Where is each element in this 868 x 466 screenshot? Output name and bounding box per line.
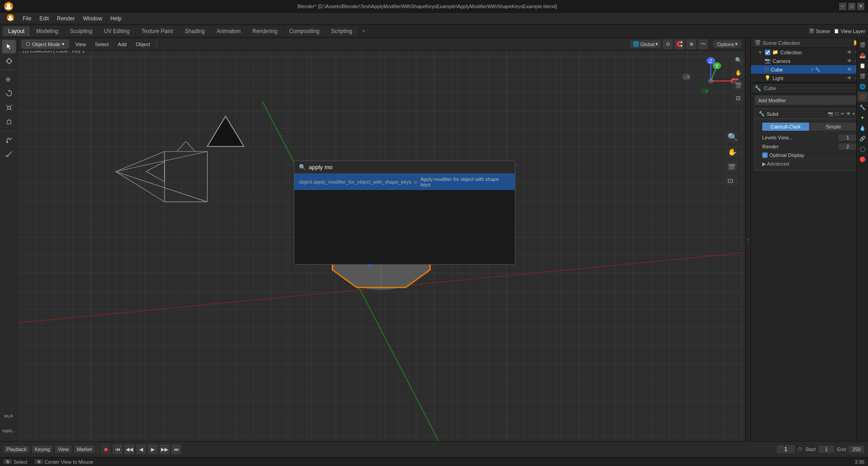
pan-button[interactable]: ✋ [732,67,744,79]
keying-menu[interactable]: Keying [32,446,53,453]
physics-props-btn[interactable]: 💧 [858,123,868,133]
current-frame[interactable]: 1 [777,445,795,453]
transform-orientation[interactable]: 🌐 Global ▾ [630,40,661,48]
mod-chevron-icon[interactable]: ▾ [853,111,855,116]
skip-start-btn[interactable]: ⏮ [113,444,123,454]
eye-icon[interactable]: 👁 [847,50,852,55]
skip-end-btn[interactable]: ⏭ [171,444,181,454]
search-result-0[interactable]: object.apply_modifier_for_object_with_sh… [294,174,515,190]
tab-shading[interactable]: Shading [179,26,210,36]
maximize-button[interactable]: □ [848,3,855,10]
cube-eye-icon[interactable]: 👁 [847,67,852,72]
n-panel-toggle[interactable]: ‹ [745,38,750,441]
prev-frame-btn[interactable]: ◀◀ [124,444,134,454]
tool-transform[interactable] [2,115,16,129]
add-menu[interactable]: Add [115,41,130,48]
search-dialog[interactable]: 🔍 object.apply_modifier_for_object_with_… [294,161,515,265]
outliner-item-camera[interactable]: 📷 Camera 👁 ↗ 📷 [751,57,868,65]
camera-view-button[interactable]: 🎬 [732,80,744,91]
scene-props-btn[interactable]: 🎬 [858,71,868,81]
tool-cursor[interactable] [2,54,16,68]
zoom-button[interactable]: 🔍 [732,54,744,66]
play-reverse-btn[interactable]: ◀ [136,444,146,454]
tab-rendering[interactable]: Rendering [247,26,283,36]
minimize-button[interactable]: ─ [839,3,846,10]
modifier-props-btn[interactable]: 🔧 [858,102,868,112]
tool-scale[interactable] [2,101,16,114]
snap-icon-btn[interactable]: 🧲 [675,39,684,49]
levels-viewport-value[interactable]: 1 [839,134,857,141]
add-modifier-button[interactable]: Add Modifier ▾ [755,95,864,105]
view-menu-timeline[interactable]: View [55,446,71,453]
play-btn[interactable]: ▶ [148,444,158,454]
falloff-icon-btn[interactable]: 〜 [698,39,708,49]
tab-animation[interactable]: Animation [211,26,246,36]
constraints-props-btn[interactable]: 🔗 [858,133,868,143]
simple-tab[interactable]: Simple [810,123,857,131]
outliner-item-cube[interactable]: ⬡ Cube ↗ 🔧 👁 ↗ 📷 [751,65,868,74]
optimal-display-checkbox[interactable]: ✓ [762,152,768,158]
view-layer-props-btn[interactable]: 📋 [858,61,868,71]
data-props-btn[interactable]: ◯ [858,144,868,154]
end-value[interactable]: 250 [849,446,864,453]
marker-menu[interactable]: Marker [74,446,95,453]
object-props-btn[interactable]: ⬡ [858,92,868,102]
menu-blender[interactable] [3,13,18,24]
material-props-btn[interactable]: 🔴 [858,154,868,164]
tab-texture-paint[interactable]: Texture Paint [136,26,179,36]
menu-file[interactable]: File [19,14,35,23]
tab-add[interactable]: + [359,27,369,35]
scene-selector[interactable]: 🎬 Scene [809,29,830,34]
tab-scripting[interactable]: Scripting [326,26,358,36]
menu-window[interactable]: Window [79,14,106,23]
mod-edit-icon[interactable]: ✏ [841,111,844,116]
tab-uv-editing[interactable]: UV Editing [99,26,135,36]
render-props-btn[interactable]: 🎬 [858,40,868,50]
tab-sculpting[interactable]: Sculpting [65,26,98,36]
world-props-btn[interactable]: 🌐 [858,81,868,91]
outliner-item-light[interactable]: 💡 Light 👁 ↗ 📷 [751,74,868,82]
tool-measure[interactable] [2,147,16,161]
search-input-field[interactable] [309,164,510,171]
select-menu[interactable]: Select [92,41,112,48]
outliner-header: 🎬 Scene Collection 🔽 ✕ [751,38,868,48]
mod-camera-icon[interactable]: 📷 [828,111,833,116]
tab-layout[interactable]: Layout [3,26,30,36]
tool-mul[interactable]: Mu≜ [1,409,17,423]
view-layer-selector[interactable]: 📋 View Layer [834,29,865,34]
tool-move[interactable]: ⊕ [2,72,16,86]
playback-menu[interactable]: Playback [4,446,29,453]
options-btn[interactable]: Options ▾ [713,40,741,48]
tool-apply[interactable]: Apply... [1,424,17,437]
menu-render[interactable]: Render [53,14,78,23]
ortho-button[interactable]: ⊡ [732,92,744,104]
record-btn[interactable]: ⏺ [101,444,111,454]
pivot-icon-btn[interactable]: ⊙ [663,39,673,49]
outliner-item-collection[interactable]: ▼ 📁 Collection 👁 ↗ 📷 [751,48,868,57]
tool-rotate[interactable] [2,86,16,100]
tab-compositing[interactable]: Compositing [284,26,325,36]
tool-annotate[interactable] [2,133,16,147]
render-value[interactable]: 2 [839,143,857,150]
object-mode-dropdown[interactable]: ⬡ Object Mode ▾ [22,40,69,48]
next-frame-btn[interactable]: ▶▶ [160,444,170,454]
mod-eye-icon[interactable]: 👁 [846,111,851,116]
close-button[interactable]: ✕ [857,3,864,10]
render-row: Render 2 [759,142,860,151]
camera-eye-icon[interactable]: 👁 [847,58,852,63]
view-menu[interactable]: View [72,41,89,48]
tool-select[interactable] [2,40,16,53]
advanced-toggle[interactable]: ▶ Advanced [759,160,860,168]
menu-edit[interactable]: Edit [36,14,52,23]
collection-visibility-checkbox[interactable] [765,50,770,55]
object-menu[interactable]: Object [133,41,153,48]
output-props-btn[interactable]: 📤 [858,50,868,60]
start-value[interactable]: 1 [818,446,834,453]
tab-modeling[interactable]: Modeling [31,26,64,36]
light-eye-icon[interactable]: 👁 [847,76,852,81]
mod-mesh-icon[interactable]: ⬡ [835,111,839,116]
menu-help[interactable]: Help [107,14,125,23]
particles-props-btn[interactable]: ✦ [858,113,868,123]
proportional-icon-btn[interactable]: ⊕ [686,39,696,49]
catmull-clark-tab[interactable]: Catmull-Clark [762,123,809,131]
